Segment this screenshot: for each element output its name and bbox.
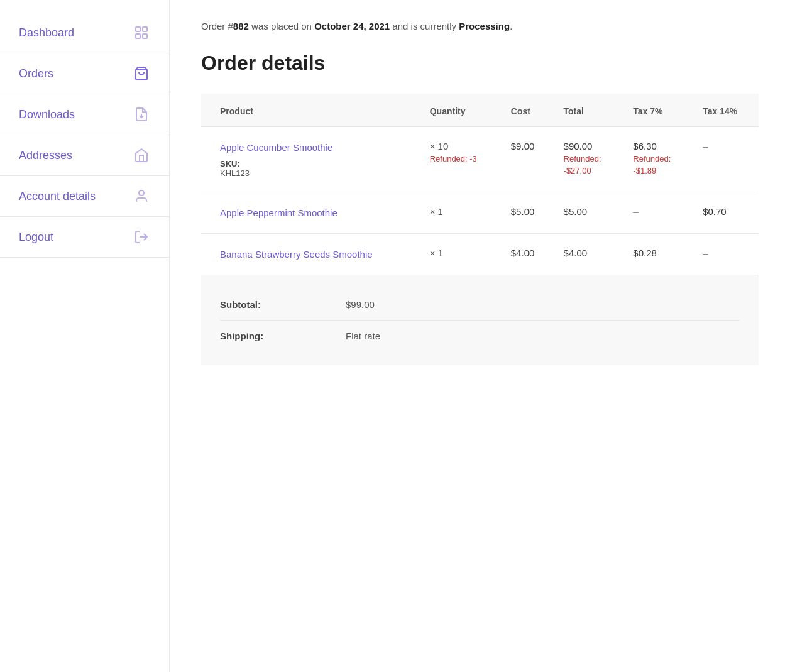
total-cell-2: $5.00 (554, 192, 623, 234)
subtotal-row: Subtotal: $99.00 (220, 289, 740, 321)
product-link-2[interactable]: Apple Peppermint Smoothie (220, 206, 410, 219)
col-total: Total (554, 94, 623, 127)
order-status: Processing (459, 21, 510, 31)
table-row: Apple Peppermint Smoothie × 1 $5.00 $5.0… (201, 192, 759, 234)
product-link-3[interactable]: Banana Strawberry Seeds Smoothie (220, 248, 410, 261)
shipping-label: Shipping: (220, 331, 346, 341)
tax7-refund-label-1: Refunded: (633, 154, 683, 163)
logout-icon (133, 228, 150, 246)
total-refund-label-1: Refunded: (564, 154, 613, 163)
quantity-cell-3: × 1 (420, 234, 501, 275)
svg-rect-3 (143, 34, 147, 38)
tax14-1: – (703, 141, 708, 151)
quantity-2: × 1 (430, 206, 443, 217)
sku-value-1: KHL123 (220, 168, 410, 178)
tax7-cell-1: $6.30 Refunded: -$1.89 (623, 127, 693, 192)
sidebar-item-downloads[interactable]: Downloads (0, 94, 169, 135)
sidebar-label-dashboard: Dashboard (19, 26, 133, 40)
sidebar-item-dashboard[interactable]: Dashboard (0, 13, 169, 53)
cost-cell-1: $9.00 (501, 127, 554, 192)
tax14-cell-2: $0.70 (693, 192, 759, 234)
col-tax14: Tax 14% (693, 94, 759, 127)
total-cell-1: $90.00 Refunded: -$27.00 (554, 127, 623, 192)
dashboard-icon (133, 24, 150, 41)
table-body: Apple Cucumber Smoothie SKU: KHL123 × 10… (201, 127, 759, 275)
order-notice-period: . (510, 21, 512, 31)
product-cell-1: Apple Cucumber Smoothie SKU: KHL123 (201, 127, 420, 192)
cost-3: $4.00 (511, 248, 535, 258)
downloads-icon (133, 106, 150, 123)
quantity-3: × 1 (430, 248, 443, 258)
tax7-2: – (633, 206, 638, 217)
total-3: $4.00 (564, 248, 588, 258)
tax7-refund-value-1: -$1.89 (633, 166, 683, 175)
total-2: $5.00 (564, 206, 588, 217)
table-header: Product Quantity Cost Total Tax 7% Tax 1… (201, 94, 759, 127)
sidebar-label-addresses: Addresses (19, 149, 133, 162)
svg-rect-2 (136, 34, 140, 38)
col-cost: Cost (501, 94, 554, 127)
sidebar-label-orders: Orders (19, 67, 133, 80)
subtotal-value: $99.00 (346, 299, 375, 310)
total-refund-value-1: -$27.00 (564, 166, 613, 175)
shipping-value: Flat rate (346, 331, 380, 341)
col-tax7: Tax 7% (623, 94, 693, 127)
col-product: Product (201, 94, 420, 127)
tax14-2: $0.70 (703, 206, 727, 217)
table-row: Apple Cucumber Smoothie SKU: KHL123 × 10… (201, 127, 759, 192)
order-table: Product Quantity Cost Total Tax 7% Tax 1… (201, 94, 759, 275)
order-notice-prefix: Order # (201, 21, 233, 31)
svg-rect-0 (136, 27, 140, 31)
table-row: Banana Strawberry Seeds Smoothie × 1 $4.… (201, 234, 759, 275)
sidebar: Dashboard Orders Downloads (0, 0, 170, 672)
product-cell-3: Banana Strawberry Seeds Smoothie (201, 234, 420, 275)
tax14-cell-3: – (693, 234, 759, 275)
sidebar-label-logout: Logout (19, 231, 133, 244)
order-notice: Order #882 was placed on October 24, 202… (201, 19, 759, 34)
quantity-refund-1: Refunded: -3 (430, 154, 491, 163)
order-number: 882 (233, 21, 249, 31)
total-cell-3: $4.00 (554, 234, 623, 275)
cost-1: $9.00 (511, 141, 535, 151)
subtotal-label: Subtotal: (220, 299, 346, 310)
orders-icon (133, 65, 150, 82)
page-layout: Dashboard Orders Downloads (0, 0, 790, 672)
tax14-3: – (703, 248, 708, 258)
main-content: Order #882 was placed on October 24, 202… (170, 0, 790, 672)
tax7-cell-2: – (623, 192, 693, 234)
sidebar-item-orders[interactable]: Orders (0, 53, 169, 94)
product-link-1[interactable]: Apple Cucumber Smoothie (220, 141, 410, 154)
quantity-cell-2: × 1 (420, 192, 501, 234)
sidebar-label-account: Account details (19, 190, 133, 203)
col-quantity: Quantity (420, 94, 501, 127)
account-icon (133, 187, 150, 205)
order-footer: Subtotal: $99.00 Shipping: Flat rate (201, 275, 759, 365)
sidebar-label-downloads: Downloads (19, 108, 133, 121)
order-notice-middle: was placed on (249, 21, 314, 31)
sidebar-item-logout[interactable]: Logout (0, 217, 169, 258)
cost-cell-2: $5.00 (501, 192, 554, 234)
sidebar-item-addresses[interactable]: Addresses (0, 135, 169, 176)
tax14-cell-1: – (693, 127, 759, 192)
cost-cell-3: $4.00 (501, 234, 554, 275)
total-1: $90.00 (564, 141, 593, 151)
tax7-1: $6.30 (633, 141, 657, 151)
shipping-row: Shipping: Flat rate (220, 321, 740, 351)
cost-2: $5.00 (511, 206, 535, 217)
svg-rect-1 (143, 27, 147, 31)
product-cell-2: Apple Peppermint Smoothie (201, 192, 420, 234)
order-notice-suffix: and is currently (390, 21, 459, 31)
quantity-cell-1: × 10 Refunded: -3 (420, 127, 501, 192)
sku-label-1: SKU: (220, 159, 410, 168)
quantity-1: × 10 (430, 141, 449, 151)
page-title: Order details (201, 52, 759, 75)
order-table-wrapper: Product Quantity Cost Total Tax 7% Tax 1… (201, 94, 759, 365)
svg-point-6 (139, 190, 144, 196)
order-date: October 24, 2021 (314, 21, 390, 31)
addresses-icon (133, 146, 150, 164)
tax7-cell-3: $0.28 (623, 234, 693, 275)
tax7-3: $0.28 (633, 248, 657, 258)
sidebar-item-account[interactable]: Account details (0, 176, 169, 217)
